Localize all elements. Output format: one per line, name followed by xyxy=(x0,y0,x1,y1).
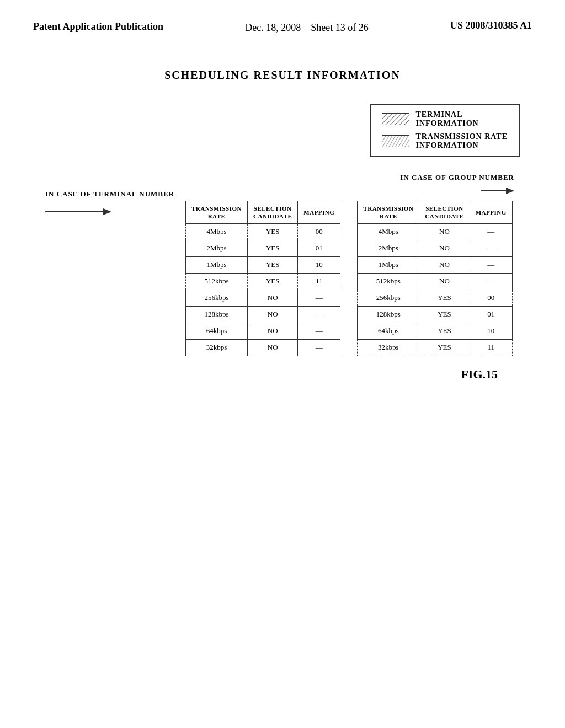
svg-rect-3 xyxy=(382,136,409,147)
table1-header-candidate: SELECTIONCANDIDATE xyxy=(248,201,298,224)
table1-rate-4: 256kbps xyxy=(186,290,248,306)
terminal-number-label: IN CASE OF TERMINAL NUMBER xyxy=(45,190,174,199)
publication-title: Patent Application Publication xyxy=(33,20,163,34)
table2-rate-1: 2Mbps xyxy=(358,240,419,257)
info-row-terminal: TERMINALINFORMATION xyxy=(382,110,508,128)
transmission-info-label: TRANSMISSION RATEINFORMATION xyxy=(416,132,508,150)
figure-label: FIG.15 xyxy=(45,367,520,382)
table1-rate-0: 4Mbps xyxy=(186,224,248,240)
table2-rate-3: 512kbps xyxy=(358,274,419,290)
table1-mapping-1: 01 xyxy=(298,240,340,257)
table2-mapping-6: 10 xyxy=(470,323,512,339)
table2-mapping-0: — xyxy=(470,224,512,240)
sheet-number: Sheet 13 of 26 xyxy=(311,22,368,33)
table1-mapping-5: — xyxy=(298,306,340,323)
terminal-arrow-icon xyxy=(45,205,111,218)
table2-rate-5: 128kbps xyxy=(358,306,419,323)
table1-candidate-1: YES xyxy=(248,240,298,257)
table1-candidate-5: NO xyxy=(248,306,298,323)
table2-candidate-1: NO xyxy=(419,240,470,257)
page-header: Patent Application Publication Dec. 18, … xyxy=(0,0,565,36)
table1-mapping-0: 00 xyxy=(298,224,340,240)
table2-candidate-6: YES xyxy=(419,323,470,339)
table1-candidate-2: YES xyxy=(248,257,298,274)
info-row-transmission: TRANSMISSION RATEINFORMATION xyxy=(382,132,508,150)
svg-marker-7 xyxy=(506,188,514,194)
table1-mapping-2: 10 xyxy=(298,257,340,274)
table1-rate-7: 32kbps xyxy=(186,339,248,356)
table2-mapping-1: — xyxy=(470,240,512,257)
table1-header-rate: TRANSMISSIONRATE xyxy=(186,201,248,224)
table2-mapping-5: 01 xyxy=(470,306,512,323)
table2-candidate-3: NO xyxy=(419,274,470,290)
terminal-table: TRANSMISSIONRATE SELECTIONCANDIDATE MAPP… xyxy=(185,201,340,356)
table1-mapping-3: 11 xyxy=(298,274,340,290)
table1-candidate-6: NO xyxy=(248,323,298,339)
main-content: SCHEDULING RESULT INFORMATION xyxy=(0,36,565,382)
group-number-label: IN CASE OF GROUP NUMBER xyxy=(400,173,514,182)
table2-candidate-4: YES xyxy=(419,290,470,306)
table2-mapping-7: 11 xyxy=(470,339,512,356)
table2-candidate-7: YES xyxy=(419,339,470,356)
table1-rate-1: 2Mbps xyxy=(186,240,248,257)
table2-rate-0: 4Mbps xyxy=(358,224,419,240)
svg-marker-5 xyxy=(103,208,111,215)
table1-header-mapping: MAPPING xyxy=(298,201,340,224)
table2-candidate-0: NO xyxy=(419,224,470,240)
page-title: SCHEDULING RESULT INFORMATION xyxy=(164,69,401,82)
table2-mapping-4: 00 xyxy=(470,290,512,306)
svg-rect-1 xyxy=(382,114,409,125)
table1-rate-2: 1Mbps xyxy=(186,257,248,274)
table1-rate-6: 64kbps xyxy=(186,323,248,339)
terminal-hatch-icon xyxy=(382,113,409,125)
table1-rate-3: 512kbps xyxy=(186,274,248,290)
table2-rate-4: 256kbps xyxy=(358,290,419,306)
table2-header-mapping: MAPPING xyxy=(470,201,512,224)
table2-header-rate: TRANSMISSIONRATE xyxy=(358,201,419,224)
table1-rate-5: 128kbps xyxy=(186,306,248,323)
group-table: TRANSMISSIONRATE SELECTIONCANDIDATE MAPP… xyxy=(357,201,512,356)
table2-mapping-2: — xyxy=(470,257,512,274)
info-box: TERMINALINFORMATION TRANSM xyxy=(370,104,520,157)
table1-candidate-7: NO xyxy=(248,339,298,356)
table2-header-candidate: SELECTIONCANDIDATE xyxy=(419,201,470,224)
table1-candidate-0: YES xyxy=(248,224,298,240)
transmission-hatch-icon xyxy=(382,135,409,147)
table1-mapping-4: — xyxy=(298,290,340,306)
table2-rate-2: 1Mbps xyxy=(358,257,419,274)
table2-rate-7: 32kbps xyxy=(358,339,419,356)
table1-candidate-4: NO xyxy=(248,290,298,306)
table1-candidate-3: YES xyxy=(248,274,298,290)
patent-number: US 2008/310385 A1 xyxy=(450,20,532,31)
publication-date: Dec. 18, 2008 xyxy=(245,22,301,33)
terminal-info-label: TERMINALINFORMATION xyxy=(416,110,479,128)
table1-mapping-6: — xyxy=(298,323,340,339)
table1-mapping-7: — xyxy=(298,339,340,356)
group-arrow-icon xyxy=(481,184,514,197)
scheduling-container: TERMINALINFORMATION TRANSM xyxy=(45,104,520,382)
table2-candidate-2: NO xyxy=(419,257,470,274)
table2-candidate-5: YES xyxy=(419,306,470,323)
table2-mapping-3: — xyxy=(470,274,512,290)
header-center: Dec. 18, 2008 Sheet 13 of 26 xyxy=(245,20,368,36)
table2-rate-6: 64kbps xyxy=(358,323,419,339)
